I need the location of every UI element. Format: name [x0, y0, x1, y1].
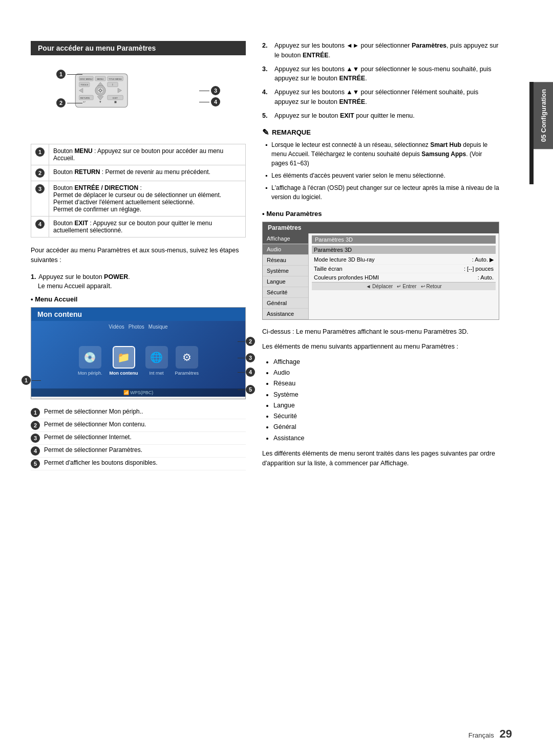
- menu-item-langue: Langue: [273, 400, 499, 411]
- screenshot-callout-3: 3: [238, 353, 255, 362]
- remarque-title: ✎ REMARQUE: [262, 127, 499, 137]
- menu-item-affichage: Affichage: [273, 357, 499, 368]
- svg-text:MENU: MENU: [97, 78, 104, 80]
- remote-desc-row-1: 1 Bouton MENU : Appuyez sur ce bouton po…: [31, 144, 246, 165]
- svg-text:TOOLS: TOOLS: [80, 83, 88, 86]
- screenshot-icons-row: 💿 Mon périph. 📁 Mon contenu 🌐 Int rnet: [73, 333, 204, 388]
- params-right-content: Paramètres 3D Paramètres 3D Mode lecture…: [309, 233, 499, 319]
- remarque-item-3: L'affichage à l'écran (OSD) peut changer…: [265, 183, 499, 202]
- step-4: 4. Appuyez sur les boutons ▲▼ pour sélec…: [262, 88, 499, 107]
- remarque-item-1: Lorsque le lecteur est connecté à un rés…: [265, 140, 499, 168]
- main-content: Pour accéder au menu Paramètres DISC MEN…: [0, 20, 553, 736]
- appartiennent-text: Les éléments de menu suivants appartienn…: [262, 342, 499, 352]
- menu-accueil-screenshot-container: Mon contenu Vidéos Photos Musique 💿 Mon …: [31, 307, 246, 399]
- svg-text:▼: ▼: [99, 101, 102, 104]
- remote-control-area: DISC MENU MENU TITLE MENU TOOLS i: [56, 62, 220, 137]
- params-menu-audio: Audio: [263, 244, 308, 255]
- remarque-box: ✎ REMARQUE Lorsque le lecteur est connec…: [262, 127, 499, 202]
- svg-text:EXIT: EXIT: [113, 97, 118, 99]
- remarque-items: Lorsque le lecteur est connecté à un rés…: [262, 140, 499, 202]
- params-screenshot: Paramètres Affichage Audio Réseau Systèm…: [262, 222, 499, 320]
- callout-3: 3: [199, 86, 220, 95]
- icon-mon-periph: 💿 Mon périph.: [78, 346, 102, 376]
- section-header: Pour accéder au menu Paramètres: [31, 41, 246, 55]
- remarque-item-2: Les éléments d'accès peuvent varier selo…: [265, 171, 499, 180]
- callout-1: 1: [56, 70, 82, 79]
- screenshot-body: Vidéos Photos Musique 💿 Mon périph. 📁: [31, 321, 245, 397]
- step-3: 3. Appuyez sur les boutons ▲▼ pour sélec…: [262, 64, 499, 84]
- params-body: Affichage Audio Réseau Système Langue Sé…: [263, 233, 499, 319]
- callout-2: 2: [56, 98, 82, 107]
- callout-circle-4: 4: [211, 97, 220, 106]
- screenshot-callout-2: 2: [238, 337, 255, 346]
- desc-text-2: Bouton RETURN : Permet de revenir au men…: [49, 165, 246, 181]
- menu-accueil-label: • Menu Accueil: [31, 295, 246, 303]
- final-text: Les différents éléments de menu seront t…: [262, 449, 499, 468]
- menu-params-label: • Menu Paramètres: [262, 210, 499, 218]
- svg-text:↩: ↩: [83, 101, 86, 104]
- desc-num-1: 1: [31, 144, 49, 165]
- right-column: 2. Appuyez sur les boutons ◄► pour sélec…: [262, 41, 525, 715]
- menu-item-securite: Sécurité: [273, 411, 499, 422]
- pencil-icon: ✎: [262, 127, 269, 137]
- intro-text: Pour accéder au menu Paramètres et aux s…: [31, 246, 246, 265]
- accueil-item-4: 4 Permet de sélectionner Paramètres.: [31, 445, 246, 458]
- menu-item-systeme: Système: [273, 390, 499, 400]
- params-row-3: Couleurs profondes HDMI : Auto.: [312, 273, 496, 282]
- step-2: 2. Appuyez sur les boutons ◄► pour sélec…: [262, 41, 499, 60]
- params-title-bar: Paramètres: [263, 222, 499, 233]
- menu-item-audio: Audio: [273, 368, 499, 378]
- desc-text-3: Bouton ENTRÉE / DIRECTION : Permet de dé…: [49, 181, 246, 217]
- screenshot-bottom-bar: 📶 WPS(PBC): [31, 388, 245, 397]
- remote-desc-row-3: 3 Bouton ENTRÉE / DIRECTION : Permet de …: [31, 181, 246, 217]
- params-menu-langue: Langue: [263, 276, 308, 287]
- page-container: 05 Configuration Pour accéder au menu Pa…: [0, 0, 553, 756]
- callout-circle-2: 2: [56, 98, 66, 107]
- icon-internet: 🌐 Int rnet: [145, 346, 168, 376]
- icon-mon-contenu: 📁 Mon contenu: [110, 346, 138, 376]
- ci-dessus-text: Ci-dessus : Le menu Paramètres affichant…: [262, 327, 499, 337]
- right-accent-bar: [529, 82, 534, 184]
- params-submenu-highlight: Paramètres 3D: [312, 246, 496, 254]
- params-menu-general: Général: [263, 298, 308, 309]
- svg-text:TITLE MENU: TITLE MENU: [109, 78, 122, 80]
- menu-item-reseau: Réseau: [273, 378, 499, 389]
- section-tab: 05 Configuration: [534, 82, 553, 149]
- params-menu-assistance: Assistance: [263, 309, 308, 319]
- remote-desc-row-4: 4 Bouton EXIT : Appuyez sur ce bouton po…: [31, 217, 246, 237]
- screenshot-callout-5: 5: [238, 385, 255, 394]
- desc-num-4: 4: [31, 217, 49, 237]
- params-row-2: Taille écran : [--] pouces: [312, 265, 496, 273]
- step-1: 1. Appuyez sur le bouton POWER. Le menu …: [31, 272, 246, 292]
- screenshot-items-row: Vidéos Photos Musique: [103, 321, 173, 333]
- callout-circle-1: 1: [56, 70, 66, 79]
- screenshot-callout-4: 4: [238, 368, 255, 377]
- accueil-item-5: 5 Permet d'afficher les boutons disponib…: [31, 458, 246, 470]
- icon-parametres: ⚙ Paramètres: [175, 346, 199, 376]
- screenshot-callout-1: 1: [22, 376, 41, 385]
- accueil-item-1: 1 Permet de sélectionner Mon périph..: [31, 406, 246, 419]
- callout-4: 4: [199, 97, 220, 106]
- params-submenu-title: Paramètres 3D: [312, 235, 496, 244]
- menu-item-assistance: Assistance: [273, 433, 499, 444]
- left-column: Pour accéder au menu Paramètres DISC MEN…: [31, 41, 246, 715]
- params-menu-affichage: Affichage: [263, 233, 308, 244]
- desc-text-1: Bouton MENU : Appuyez sur ce bouton pour…: [49, 144, 246, 165]
- page-footer: Français 29: [469, 727, 512, 741]
- desc-num-3: 3: [31, 181, 49, 217]
- remote-desc-row-2: 2 Bouton RETURN : Permet de revenir au m…: [31, 165, 246, 181]
- desc-text-4: Bouton EXIT : Appuyez sur ce bouton pour…: [49, 217, 246, 237]
- params-menu-reseau: Réseau: [263, 255, 308, 266]
- menu-accueil-screenshot: Mon contenu Vidéos Photos Musique 💿 Mon …: [31, 307, 246, 399]
- callout-circle-3: 3: [211, 86, 220, 95]
- screenshot-title: Mon contenu: [31, 308, 245, 321]
- accueil-item-3: 3 Permet de sélectionner Internet.: [31, 432, 246, 445]
- accueil-item-2: 2 Permet de sélectionner Mon contenu.: [31, 419, 246, 432]
- params-bottom-bar: ◄ Déplacer ↵ Entrer ↩ Retour: [312, 282, 496, 290]
- remote-control-svg: DISC MENU MENU TITLE MENU TOOLS i: [72, 62, 154, 132]
- menu-items-list: Affichage Audio Réseau Système Langue Sé…: [262, 357, 499, 444]
- svg-text:◼: ◼: [114, 101, 117, 104]
- remote-descriptions-table: 1 Bouton MENU : Appuyez sur ce bouton po…: [31, 144, 246, 237]
- params-menu-securite: Sécurité: [263, 287, 308, 298]
- steps-list: 2. Appuyez sur les boutons ◄► pour sélec…: [262, 41, 499, 120]
